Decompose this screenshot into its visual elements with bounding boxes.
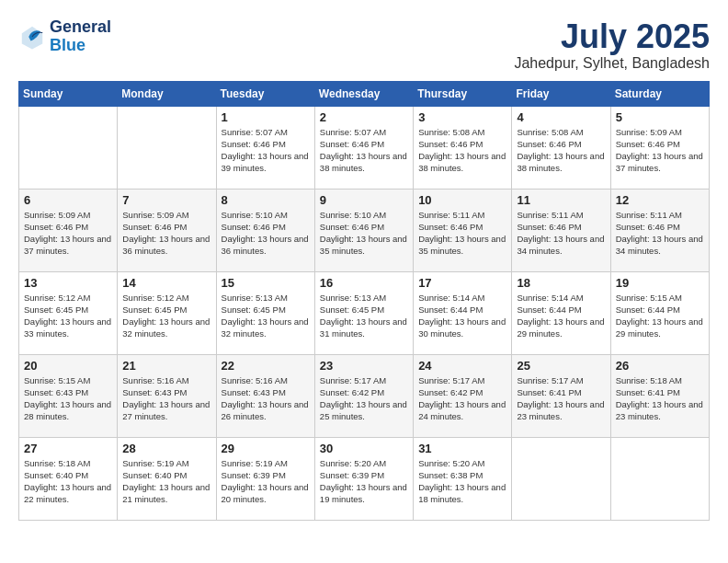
- day-number: 1: [222, 110, 310, 124]
- col-header-thursday: Thursday: [414, 81, 512, 106]
- logo-text: General Blue: [50, 18, 111, 55]
- day-number: 8: [222, 193, 310, 207]
- calendar-day-22: 22Sunrise: 5:16 AM Sunset: 6:43 PM Dayli…: [216, 354, 314, 437]
- day-number: 24: [418, 359, 506, 373]
- day-info: Sunrise: 5:20 AM Sunset: 6:39 PM Dayligh…: [320, 457, 408, 506]
- page-container: General Blue July 2025 Jahedpur, Sylhet,…: [18, 18, 710, 521]
- col-header-saturday: Saturday: [610, 81, 709, 106]
- calendar-week-row: 27Sunrise: 5:18 AM Sunset: 6:40 PM Dayli…: [19, 437, 710, 520]
- day-info: Sunrise: 5:19 AM Sunset: 6:39 PM Dayligh…: [222, 457, 310, 506]
- calendar-day-23: 23Sunrise: 5:17 AM Sunset: 6:42 PM Dayli…: [314, 354, 413, 437]
- day-number: 13: [24, 276, 112, 290]
- day-info: Sunrise: 5:11 AM Sunset: 6:46 PM Dayligh…: [616, 209, 704, 258]
- calendar-day-25: 25Sunrise: 5:17 AM Sunset: 6:41 PM Dayli…: [512, 354, 610, 437]
- calendar-day-19: 19Sunrise: 5:15 AM Sunset: 6:44 PM Dayli…: [610, 271, 709, 354]
- day-number: 3: [418, 110, 506, 124]
- header: General Blue July 2025 Jahedpur, Sylhet,…: [18, 18, 710, 72]
- calendar-day-17: 17Sunrise: 5:14 AM Sunset: 6:44 PM Dayli…: [414, 271, 512, 354]
- logo: General Blue: [18, 18, 111, 55]
- col-header-tuesday: Tuesday: [216, 81, 314, 106]
- calendar-day-26: 26Sunrise: 5:18 AM Sunset: 6:41 PM Dayli…: [610, 354, 709, 437]
- day-number: 15: [222, 276, 310, 290]
- calendar-day-7: 7Sunrise: 5:09 AM Sunset: 6:46 PM Daylig…: [118, 189, 216, 271]
- calendar-day-30: 30Sunrise: 5:20 AM Sunset: 6:39 PM Dayli…: [314, 437, 413, 520]
- day-number: 5: [616, 110, 704, 124]
- calendar-day-5: 5Sunrise: 5:09 AM Sunset: 6:46 PM Daylig…: [610, 106, 709, 189]
- day-info: Sunrise: 5:08 AM Sunset: 6:46 PM Dayligh…: [418, 126, 506, 175]
- calendar-day-20: 20Sunrise: 5:15 AM Sunset: 6:43 PM Dayli…: [19, 354, 118, 437]
- day-number: 31: [418, 442, 506, 455]
- day-number: 9: [320, 193, 408, 207]
- day-info: Sunrise: 5:08 AM Sunset: 6:46 PM Dayligh…: [517, 126, 605, 175]
- day-number: 7: [122, 193, 210, 207]
- day-number: 20: [24, 359, 112, 373]
- day-info: Sunrise: 5:14 AM Sunset: 6:44 PM Dayligh…: [517, 292, 605, 340]
- calendar-table: SundayMondayTuesdayWednesdayThursdayFrid…: [18, 81, 710, 521]
- day-number: 21: [122, 359, 210, 373]
- day-number: 30: [320, 442, 408, 455]
- title-section: July 2025 Jahedpur, Sylhet, Bangladesh: [514, 18, 710, 72]
- calendar-day-13: 13Sunrise: 5:12 AM Sunset: 6:45 PM Dayli…: [19, 271, 118, 354]
- col-header-wednesday: Wednesday: [314, 81, 413, 106]
- location-subtitle: Jahedpur, Sylhet, Bangladesh: [514, 55, 710, 72]
- day-number: 2: [320, 110, 408, 124]
- day-info: Sunrise: 5:09 AM Sunset: 6:46 PM Dayligh…: [24, 209, 112, 258]
- calendar-day-15: 15Sunrise: 5:13 AM Sunset: 6:45 PM Dayli…: [216, 271, 314, 354]
- day-info: Sunrise: 5:18 AM Sunset: 6:41 PM Dayligh…: [616, 374, 704, 423]
- day-number: 22: [222, 359, 310, 373]
- calendar-header-row: SundayMondayTuesdayWednesdayThursdayFrid…: [19, 81, 710, 106]
- day-info: Sunrise: 5:17 AM Sunset: 6:42 PM Dayligh…: [418, 374, 506, 423]
- calendar-day-27: 27Sunrise: 5:18 AM Sunset: 6:40 PM Dayli…: [19, 437, 118, 520]
- calendar-empty-cell: [19, 106, 118, 189]
- calendar-day-28: 28Sunrise: 5:19 AM Sunset: 6:40 PM Dayli…: [118, 437, 216, 520]
- day-number: 26: [616, 359, 704, 373]
- day-number: 27: [24, 442, 112, 455]
- day-number: 23: [320, 359, 408, 373]
- day-info: Sunrise: 5:10 AM Sunset: 6:46 PM Dayligh…: [320, 209, 408, 258]
- day-number: 16: [320, 276, 408, 290]
- day-info: Sunrise: 5:19 AM Sunset: 6:40 PM Dayligh…: [122, 457, 210, 506]
- day-info: Sunrise: 5:13 AM Sunset: 6:45 PM Dayligh…: [222, 292, 310, 340]
- day-info: Sunrise: 5:16 AM Sunset: 6:43 PM Dayligh…: [122, 374, 210, 423]
- col-header-sunday: Sunday: [19, 81, 118, 106]
- day-info: Sunrise: 5:07 AM Sunset: 6:46 PM Dayligh…: [320, 126, 408, 175]
- calendar-day-11: 11Sunrise: 5:11 AM Sunset: 6:46 PM Dayli…: [512, 189, 610, 271]
- day-number: 6: [24, 193, 112, 207]
- calendar-empty-cell: [118, 106, 216, 189]
- day-info: Sunrise: 5:11 AM Sunset: 6:46 PM Dayligh…: [517, 209, 605, 258]
- calendar-day-9: 9Sunrise: 5:10 AM Sunset: 6:46 PM Daylig…: [314, 189, 413, 271]
- day-number: 12: [616, 193, 704, 207]
- day-number: 18: [517, 276, 605, 290]
- day-info: Sunrise: 5:07 AM Sunset: 6:46 PM Dayligh…: [222, 126, 310, 175]
- calendar-week-row: 6Sunrise: 5:09 AM Sunset: 6:46 PM Daylig…: [19, 189, 710, 271]
- col-header-monday: Monday: [118, 81, 216, 106]
- month-year-title: July 2025: [514, 18, 710, 55]
- calendar-day-3: 3Sunrise: 5:08 AM Sunset: 6:46 PM Daylig…: [414, 106, 512, 189]
- day-info: Sunrise: 5:13 AM Sunset: 6:45 PM Dayligh…: [320, 292, 408, 340]
- day-info: Sunrise: 5:09 AM Sunset: 6:46 PM Dayligh…: [122, 209, 210, 258]
- calendar-day-4: 4Sunrise: 5:08 AM Sunset: 6:46 PM Daylig…: [512, 106, 610, 189]
- logo-icon: [18, 23, 46, 51]
- day-info: Sunrise: 5:15 AM Sunset: 6:44 PM Dayligh…: [616, 292, 704, 340]
- calendar-day-31: 31Sunrise: 5:20 AM Sunset: 6:38 PM Dayli…: [414, 437, 512, 520]
- day-info: Sunrise: 5:09 AM Sunset: 6:46 PM Dayligh…: [616, 126, 704, 175]
- calendar-week-row: 13Sunrise: 5:12 AM Sunset: 6:45 PM Dayli…: [19, 271, 710, 354]
- day-info: Sunrise: 5:10 AM Sunset: 6:46 PM Dayligh…: [222, 209, 310, 258]
- day-info: Sunrise: 5:17 AM Sunset: 6:41 PM Dayligh…: [517, 374, 605, 423]
- calendar-day-18: 18Sunrise: 5:14 AM Sunset: 6:44 PM Dayli…: [512, 271, 610, 354]
- calendar-day-24: 24Sunrise: 5:17 AM Sunset: 6:42 PM Dayli…: [414, 354, 512, 437]
- calendar-week-row: 1Sunrise: 5:07 AM Sunset: 6:46 PM Daylig…: [19, 106, 710, 189]
- day-number: 19: [616, 276, 704, 290]
- calendar-empty-cell: [512, 437, 610, 520]
- day-info: Sunrise: 5:14 AM Sunset: 6:44 PM Dayligh…: [418, 292, 506, 340]
- day-number: 25: [517, 359, 605, 373]
- calendar-week-row: 20Sunrise: 5:15 AM Sunset: 6:43 PM Dayli…: [19, 354, 710, 437]
- day-number: 4: [517, 110, 605, 124]
- calendar-day-1: 1Sunrise: 5:07 AM Sunset: 6:46 PM Daylig…: [216, 106, 314, 189]
- day-info: Sunrise: 5:12 AM Sunset: 6:45 PM Dayligh…: [24, 292, 112, 340]
- day-info: Sunrise: 5:17 AM Sunset: 6:42 PM Dayligh…: [320, 374, 408, 423]
- day-info: Sunrise: 5:15 AM Sunset: 6:43 PM Dayligh…: [24, 374, 112, 423]
- calendar-day-14: 14Sunrise: 5:12 AM Sunset: 6:45 PM Dayli…: [118, 271, 216, 354]
- calendar-day-21: 21Sunrise: 5:16 AM Sunset: 6:43 PM Dayli…: [118, 354, 216, 437]
- calendar-day-16: 16Sunrise: 5:13 AM Sunset: 6:45 PM Dayli…: [314, 271, 413, 354]
